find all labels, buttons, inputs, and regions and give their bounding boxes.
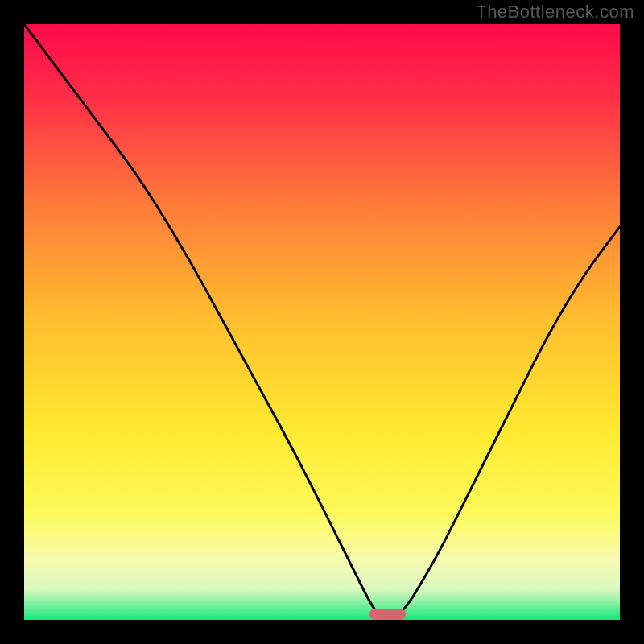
watermark-text: TheBottleneck.com — [476, 2, 634, 23]
plot-area — [24, 24, 620, 620]
chart-frame: TheBottleneck.com — [0, 0, 644, 644]
bottleneck-curve — [24, 24, 620, 620]
optimal-range-marker — [369, 609, 405, 620]
